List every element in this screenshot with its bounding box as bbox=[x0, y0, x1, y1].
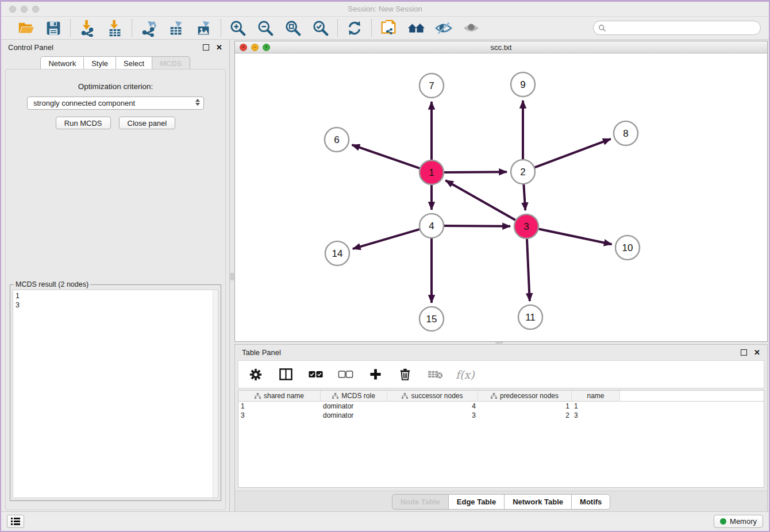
home-icon[interactable] bbox=[407, 19, 425, 37]
cell-predecessor-nodes[interactable]: 2 bbox=[478, 411, 572, 420]
open-session-icon[interactable] bbox=[17, 19, 35, 37]
cell-mcds-role[interactable]: dominator bbox=[321, 411, 387, 420]
tab-edge-table[interactable]: Edge Table bbox=[449, 494, 505, 510]
cell-name[interactable]: 3 bbox=[572, 411, 620, 420]
graph-node-15[interactable]: 15 bbox=[419, 307, 444, 331]
graph-edge-3-11[interactable] bbox=[527, 239, 530, 301]
graph-edge-3-1[interactable] bbox=[445, 180, 515, 220]
graph-node-2[interactable]: 2 bbox=[511, 160, 535, 184]
delete-table-icon[interactable] bbox=[426, 365, 444, 384]
column-header-successor-nodes[interactable]: successor nodes bbox=[387, 391, 478, 402]
float-panel-icon[interactable] bbox=[203, 44, 209, 51]
mcds-result-title: MCDS result (2 nodes) bbox=[14, 280, 90, 288]
tab-network-table[interactable]: Network Table bbox=[505, 494, 572, 510]
graph-node-14[interactable]: 14 bbox=[325, 241, 349, 265]
criterion-dropdown[interactable]: strongly connected component bbox=[27, 97, 204, 110]
column-label: MCDS role bbox=[341, 392, 375, 400]
search-input[interactable] bbox=[609, 23, 756, 33]
graph-edge-2-8[interactable] bbox=[535, 139, 611, 167]
graph-node-11[interactable]: 11 bbox=[518, 305, 542, 329]
zoom-selected-icon[interactable] bbox=[311, 19, 330, 37]
delete-icon[interactable] bbox=[396, 365, 414, 384]
graph-edge-2-3[interactable] bbox=[523, 184, 525, 210]
export-table-icon[interactable] bbox=[167, 19, 186, 37]
close-table-panel-icon[interactable]: ✕ bbox=[754, 348, 760, 357]
graph-edge-3-10[interactable] bbox=[539, 229, 612, 245]
search-box[interactable] bbox=[593, 21, 761, 35]
table-panel-title: Table Panel bbox=[242, 348, 281, 357]
node-label: 6 bbox=[334, 134, 339, 145]
save-session-icon[interactable] bbox=[44, 19, 63, 37]
hide-selected-icon[interactable] bbox=[434, 19, 453, 37]
graph-node-10[interactable]: 10 bbox=[615, 236, 640, 260]
column-header-name[interactable]: name bbox=[572, 391, 620, 402]
graph-edge-4-14[interactable] bbox=[353, 229, 419, 249]
show-all-icon[interactable] bbox=[462, 19, 480, 37]
graph-node-9[interactable]: 9 bbox=[511, 72, 535, 97]
graph-edge-4-3[interactable] bbox=[444, 226, 510, 226]
import-network-icon[interactable] bbox=[78, 19, 97, 37]
gear-icon[interactable] bbox=[247, 365, 265, 384]
close-panel-icon[interactable]: ✕ bbox=[216, 43, 222, 52]
add-column-icon[interactable] bbox=[366, 365, 384, 384]
column-label: predecessor nodes bbox=[500, 392, 559, 400]
graph-edge-1-6[interactable] bbox=[352, 145, 420, 168]
tab-motifs[interactable]: Motifs bbox=[572, 494, 610, 510]
network-window-titlebar[interactable]: × − + scc.txt bbox=[235, 41, 767, 53]
node-label: 11 bbox=[525, 312, 536, 323]
column-header-mcds-role[interactable]: MCDS role bbox=[321, 391, 387, 402]
memory-button[interactable]: Memory bbox=[714, 515, 763, 528]
cell-name[interactable]: 1 bbox=[572, 402, 620, 411]
export-network-icon[interactable] bbox=[140, 19, 158, 37]
network-canvas[interactable]: 1234678910111415 bbox=[235, 53, 767, 341]
search-icon bbox=[598, 24, 606, 32]
network-from-file-icon[interactable] bbox=[379, 19, 398, 37]
table-row[interactable]: 1dominator411 bbox=[238, 402, 764, 411]
table-row[interactable]: 3dominator323 bbox=[238, 411, 764, 420]
show-panels-button[interactable] bbox=[7, 515, 24, 528]
cell-mcds-role[interactable]: dominator bbox=[321, 402, 387, 411]
column-chooser-icon[interactable] bbox=[276, 365, 295, 384]
result-scrollbar[interactable] bbox=[213, 290, 218, 498]
column-type-icon bbox=[255, 393, 261, 399]
import-table-icon[interactable] bbox=[106, 19, 124, 37]
close-panel-button[interactable]: Close panel bbox=[119, 117, 176, 129]
graph-node-8[interactable]: 8 bbox=[614, 121, 638, 145]
deselect-all-icon[interactable] bbox=[336, 365, 355, 384]
graph-node-7[interactable]: 7 bbox=[419, 74, 444, 98]
graph-edge-1-2[interactable] bbox=[444, 172, 507, 172]
run-mcds-button[interactable]: Run MCDS bbox=[56, 117, 111, 129]
graph-node-3[interactable]: 3 bbox=[514, 214, 538, 238]
node-label: 9 bbox=[520, 79, 525, 90]
cell-successor-nodes[interactable]: 3 bbox=[387, 411, 478, 420]
graph-node-1[interactable]: 1 bbox=[419, 160, 444, 184]
node-label: 10 bbox=[622, 242, 633, 253]
node-label: 15 bbox=[426, 314, 437, 325]
zoom-fit-icon[interactable] bbox=[284, 19, 302, 37]
export-image-icon[interactable] bbox=[195, 19, 213, 37]
tab-node-table[interactable]: Node Table bbox=[392, 494, 449, 510]
function-builder-icon[interactable]: f(x) bbox=[456, 368, 475, 381]
cell-predecessor-nodes[interactable]: 1 bbox=[478, 402, 572, 411]
zoom-out-icon[interactable] bbox=[256, 19, 275, 37]
select-all-icon[interactable] bbox=[306, 365, 325, 384]
column-header-shared-name[interactable]: shared name bbox=[238, 391, 321, 402]
cell-successor-nodes[interactable]: 4 bbox=[387, 402, 478, 411]
app-titlebar: Session: New Session bbox=[1, 2, 769, 17]
column-label: shared name bbox=[264, 392, 304, 400]
column-header-predecessor-nodes[interactable]: predecessor nodes bbox=[478, 391, 572, 402]
mcds-result-list[interactable]: 13 bbox=[13, 290, 218, 498]
column-type-icon bbox=[402, 393, 408, 399]
cell-shared-name[interactable]: 1 bbox=[238, 402, 321, 411]
application-window: Session: New Session bbox=[0, 0, 770, 532]
mcds-result-group: MCDS result (2 nodes) 13 bbox=[10, 284, 221, 501]
float-table-panel-icon[interactable] bbox=[741, 349, 747, 356]
node-table: shared nameMCDS rolesuccessor nodesprede… bbox=[238, 390, 764, 488]
cell-shared-name[interactable]: 3 bbox=[238, 411, 321, 420]
splitter-handle[interactable] bbox=[230, 273, 234, 280]
refresh-icon[interactable] bbox=[345, 19, 364, 37]
graph-node-6[interactable]: 6 bbox=[325, 128, 349, 152]
graph-node-4[interactable]: 4 bbox=[419, 214, 444, 238]
result-line: 1 bbox=[16, 291, 215, 300]
zoom-in-icon[interactable] bbox=[229, 19, 247, 37]
